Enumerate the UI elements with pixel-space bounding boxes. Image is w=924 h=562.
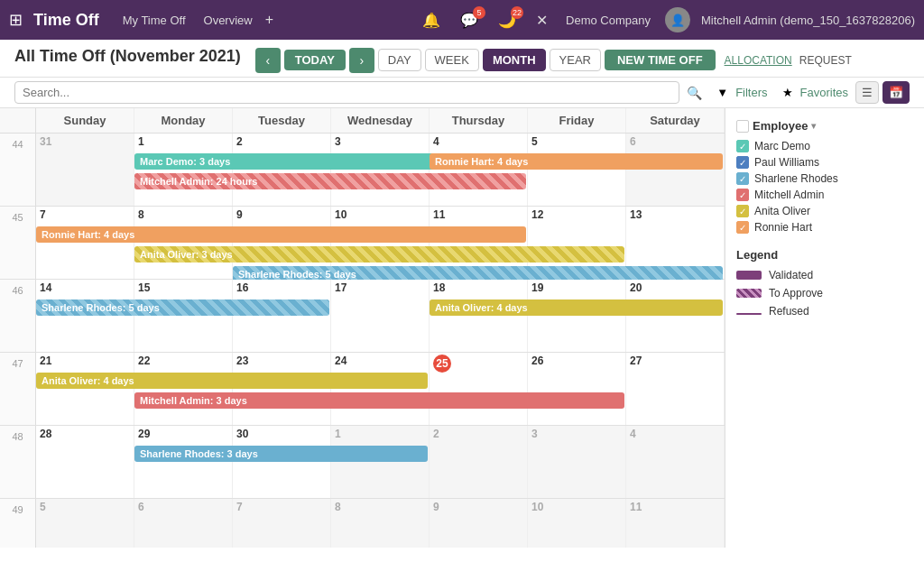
employee-checkbox-icon[interactable]: ✓ bbox=[736, 189, 749, 201]
calendar-day[interactable]: 5 bbox=[528, 134, 626, 206]
search-input[interactable] bbox=[14, 81, 679, 104]
view-icons: ☰ 📅 bbox=[855, 81, 910, 104]
list-view-button[interactable]: ☰ bbox=[855, 81, 879, 104]
new-time-off-button[interactable]: NEW TIME OFF bbox=[605, 50, 716, 70]
calendar-day[interactable]: 2 bbox=[233, 134, 331, 206]
calendar-day[interactable]: 29 bbox=[134, 426, 233, 498]
filters-button[interactable]: Filters bbox=[735, 86, 767, 99]
day-number: 8 bbox=[335, 501, 427, 513]
month-view-button[interactable]: MONTH bbox=[483, 49, 546, 71]
calendar-day[interactable]: 4 bbox=[626, 426, 725, 498]
day-number: 1 bbox=[335, 428, 427, 440]
calendar-day[interactable]: 7 bbox=[36, 207, 134, 279]
calendar-day[interactable]: 7 bbox=[233, 499, 331, 548]
employee-checkbox-icon[interactable]: ✓ bbox=[736, 156, 749, 169]
day-number: 2 bbox=[433, 428, 525, 440]
calendar-day[interactable]: 16 bbox=[233, 280, 331, 352]
calendar-day[interactable]: 9 bbox=[430, 499, 528, 548]
calendar-day[interactable]: 10 bbox=[331, 207, 430, 279]
calendar-day[interactable]: 11 bbox=[626, 499, 725, 548]
employee-name: Anita Oliver bbox=[754, 205, 810, 217]
calendar-day[interactable]: 8 bbox=[134, 207, 233, 279]
calendar-day[interactable]: 31 bbox=[36, 134, 134, 206]
calendar-day[interactable]: 11 bbox=[430, 207, 528, 279]
calendar-view-button[interactable]: 📅 bbox=[882, 81, 910, 104]
calendar-day[interactable]: 17 bbox=[331, 280, 430, 352]
page-title: All Time Off (November 2021) bbox=[14, 47, 241, 66]
allocation-link[interactable]: ALLOCATION bbox=[725, 54, 792, 67]
calendar-day[interactable]: 20 bbox=[626, 280, 725, 352]
day-view-button[interactable]: DAY bbox=[378, 49, 421, 71]
search-icon[interactable]: 🔍 bbox=[687, 86, 702, 100]
calendar-day[interactable]: 28 bbox=[36, 426, 134, 498]
employee-section: Employee ▾ ✓Marc Demo✓Paul Williams✓Shar… bbox=[736, 119, 913, 234]
calendar-day[interactable]: 24 bbox=[331, 353, 430, 425]
day-number: 12 bbox=[531, 208, 624, 221]
employee-item[interactable]: ✓Paul Williams bbox=[736, 156, 913, 169]
app-grid-icon[interactable]: ⊞ bbox=[9, 10, 23, 30]
legend-swatch-to-approve bbox=[736, 289, 762, 298]
employee-item[interactable]: ✓Ronnie Hart bbox=[736, 221, 913, 234]
calendar-area[interactable]: Sunday Monday Tuesday Wednesday Thursday… bbox=[0, 108, 725, 548]
calendar-day[interactable]: 1 bbox=[331, 426, 430, 498]
calendar-day[interactable]: 26 bbox=[528, 353, 626, 425]
calendar-day[interactable]: 10 bbox=[528, 499, 626, 548]
calendar-day[interactable]: 30 bbox=[233, 426, 331, 498]
nav-my-time-off[interactable]: My Time Off bbox=[117, 10, 191, 31]
calendar-day[interactable]: 9 bbox=[233, 207, 331, 279]
employee-checkbox-icon[interactable]: ✓ bbox=[736, 172, 749, 185]
calendar-day[interactable]: 8 bbox=[331, 499, 430, 548]
employee-checkbox-icon[interactable]: ✓ bbox=[736, 221, 749, 234]
employee-item[interactable]: ✓Anita Oliver bbox=[736, 205, 913, 217]
day-number: 26 bbox=[531, 355, 624, 367]
calendar-day[interactable]: 5 bbox=[36, 499, 134, 548]
legend-title: Legend bbox=[736, 248, 913, 262]
calendar-day[interactable]: 19 bbox=[528, 280, 626, 352]
calendar-day[interactable]: 22 bbox=[134, 353, 233, 425]
employee-checkbox-all[interactable] bbox=[736, 120, 749, 133]
prev-button[interactable]: ‹ bbox=[255, 48, 281, 73]
calendar-day[interactable]: 21 bbox=[36, 353, 134, 425]
calendar-day[interactable]: 18 bbox=[430, 280, 528, 352]
employee-item[interactable]: ✓Mitchell Admin bbox=[736, 189, 913, 201]
favorites-button[interactable]: Favorites bbox=[800, 86, 848, 99]
nav-add-icon[interactable]: + bbox=[265, 12, 273, 28]
request-link[interactable]: REQUEST bbox=[799, 54, 852, 67]
year-view-button[interactable]: YEAR bbox=[550, 49, 601, 71]
calendar-day[interactable]: 4 bbox=[430, 134, 528, 206]
nav-overview[interactable]: Overview bbox=[199, 10, 258, 31]
day-number: 18 bbox=[433, 281, 525, 294]
notification-icon[interactable]: 🔔 bbox=[419, 8, 444, 32]
calendar-day[interactable]: 25 bbox=[430, 353, 528, 425]
calendar-day[interactable]: 1 bbox=[134, 134, 233, 206]
chat-icon[interactable]: 💬 5 bbox=[457, 8, 482, 32]
employee-item[interactable]: ✓Sharlene Rhodes bbox=[736, 172, 913, 185]
calendar-day[interactable]: 14 bbox=[36, 280, 134, 352]
week-view-button[interactable]: WEEK bbox=[425, 49, 479, 71]
calendar-day[interactable]: 2 bbox=[430, 426, 528, 498]
legend-label: Validated bbox=[769, 269, 813, 281]
monday-header: Monday bbox=[134, 108, 233, 133]
day-number: 13 bbox=[630, 208, 722, 221]
close-icon[interactable]: ✕ bbox=[532, 8, 551, 32]
employee-checkbox-icon[interactable]: ✓ bbox=[736, 205, 749, 217]
calendar-day[interactable]: 12 bbox=[528, 207, 626, 279]
calendar-day[interactable]: 3 bbox=[528, 426, 626, 498]
calendar-day[interactable]: 23 bbox=[233, 353, 331, 425]
calendar-day[interactable]: 15 bbox=[134, 280, 233, 352]
employee-item[interactable]: ✓Marc Demo bbox=[736, 140, 913, 152]
calendar-day[interactable]: 27 bbox=[626, 353, 725, 425]
calendar-day[interactable]: 6 bbox=[626, 134, 725, 206]
tuesday-header: Tuesday bbox=[233, 108, 331, 133]
calendar-day[interactable]: 3 bbox=[331, 134, 430, 206]
chevron-down-icon[interactable]: ▾ bbox=[811, 121, 816, 131]
week-number: 44 bbox=[0, 134, 36, 206]
employee-checkbox-icon[interactable]: ✓ bbox=[736, 140, 749, 152]
search-row: 🔍 ▼ Filters ★ Favorites ☰ 📅 bbox=[0, 78, 924, 108]
calendar-day[interactable]: 13 bbox=[626, 207, 725, 279]
avatar: 👤 bbox=[665, 7, 690, 32]
next-button[interactable]: › bbox=[349, 48, 374, 73]
today-button[interactable]: TODAY bbox=[284, 50, 346, 70]
moon-icon[interactable]: 🌙 22 bbox=[494, 8, 520, 32]
calendar-day[interactable]: 6 bbox=[134, 499, 233, 548]
